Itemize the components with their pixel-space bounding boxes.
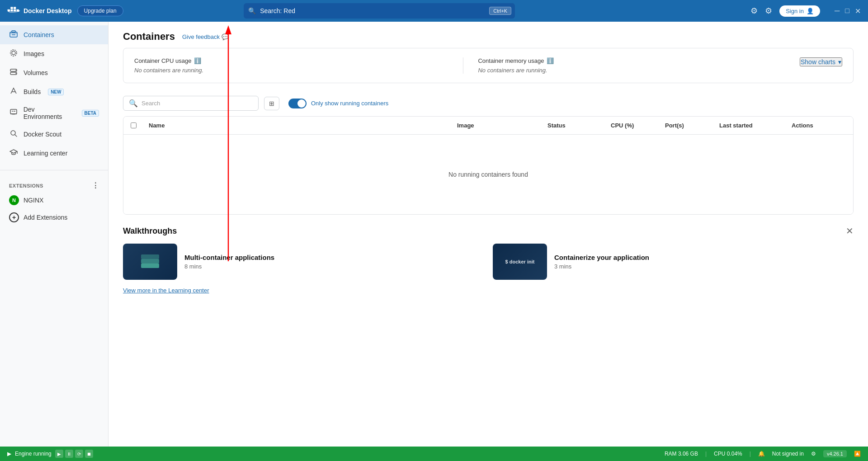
maximize-button[interactable]: □: [845, 7, 849, 15]
cpu-info-icon[interactable]: ℹ️: [194, 57, 201, 64]
search-icon: 🔍: [248, 7, 256, 14]
restart-button[interactable]: ⟳: [75, 450, 83, 458]
sidebar-item-learning-center[interactable]: Learning center: [0, 144, 108, 163]
svg-line-23: [15, 135, 17, 136]
add-extensions-item[interactable]: + Add Extensions: [0, 209, 108, 226]
sidebar-item-containers[interactable]: Containers: [0, 25, 108, 44]
global-search: 🔍 Ctrl+K: [244, 3, 515, 19]
signed-in-label: Not signed in: [772, 451, 804, 457]
app-body: Containers Images Volumes: [0, 22, 868, 447]
engine-controls: ▶ ⏸ ⟳ ⏹: [55, 450, 93, 458]
app-logo: Docker Desktop: [7, 6, 72, 15]
walkthrough-title-containerize: Containerize your application: [554, 254, 649, 261]
memory-info-icon[interactable]: ℹ️: [547, 57, 554, 64]
containers-icon: [9, 30, 18, 40]
volumes-label: Volumes: [24, 69, 48, 76]
th-ports: Port(s): [665, 122, 719, 129]
sidebar-item-builds[interactable]: Builds NEW: [0, 82, 108, 101]
titlebar: Docker Desktop Upgrade plan 🔍 Ctrl+K ⚙ ⚙…: [0, 0, 868, 22]
builds-new-badge: NEW: [48, 89, 64, 95]
walkthrough-card-multi-container[interactable]: Multi-container applications 8 mins: [123, 244, 484, 280]
memory-chart-title: Container memory usage ℹ️: [478, 57, 792, 64]
th-status: Status: [547, 122, 611, 129]
builds-label: Builds: [24, 88, 41, 95]
dev-environments-beta-badge: BETA: [82, 110, 99, 117]
walkthrough-info-containerize: Containerize your application 3 mins: [554, 254, 649, 270]
builds-icon: [9, 87, 18, 97]
nginx-label: NGINX: [24, 197, 43, 204]
user-avatar-icon: 👤: [807, 8, 814, 14]
memory-chart-panel: Container memory usage ℹ️ No containers …: [478, 57, 792, 74]
walkthrough-info-multi: Multi-container applications 8 mins: [184, 254, 274, 270]
close-button[interactable]: ✕: [855, 7, 861, 15]
cpu-chart-title: Container CPU usage ℹ️: [134, 57, 448, 64]
learning-center-label: Learning center: [24, 150, 67, 157]
settings-status-icon: ⚙: [811, 451, 816, 457]
walkthrough-card-containerize[interactable]: $ docker init Containerize your applicat…: [493, 244, 854, 280]
app-name-label: Docker Desktop: [24, 7, 72, 14]
sidebar-item-images[interactable]: Images: [0, 44, 108, 63]
sidebar-item-nginx[interactable]: N NGINX: [0, 192, 108, 209]
cpu-empty-label: No containers are running.: [134, 67, 448, 74]
svg-rect-17: [10, 109, 17, 114]
extensions-more-button[interactable]: ⋮: [92, 181, 99, 190]
chart-divider: [463, 57, 463, 74]
table-header: Name Image Status CPU (%) Port(s) Last s…: [123, 117, 853, 135]
play-button[interactable]: ▶: [55, 450, 63, 458]
close-walkthroughs-button[interactable]: ✕: [846, 226, 854, 236]
dev-environments-label: Dev Environments: [24, 106, 75, 120]
extensions-icon[interactable]: ⚙: [750, 6, 758, 16]
sidebar: Containers Images Volumes: [0, 22, 108, 447]
feedback-link[interactable]: Give feedback 💬: [182, 33, 229, 40]
select-all-checkbox[interactable]: [131, 122, 137, 128]
sign-in-button[interactable]: Sign in 👤: [779, 5, 820, 17]
empty-message-label: No running containers found: [448, 171, 528, 178]
docker-scout-icon: [9, 129, 18, 139]
only-running-toggle[interactable]: [288, 99, 307, 108]
settings-icon[interactable]: ⚙: [765, 6, 772, 16]
th-checkbox: [131, 122, 149, 129]
containers-label: Containers: [24, 31, 54, 38]
statusbar: ▶ Engine running ▶ ⏸ ⟳ ⏹ RAM 3.06 GB | C…: [0, 447, 868, 461]
pause-button[interactable]: ⏸: [65, 450, 73, 458]
walkthroughs-title: Walkthroughs: [123, 226, 177, 236]
stop-button[interactable]: ⏹: [85, 450, 93, 458]
search-input[interactable]: [244, 3, 515, 19]
sign-in-label: Sign in: [786, 8, 804, 14]
grid-view-toggle[interactable]: ⊞: [264, 97, 279, 110]
upgrade-button[interactable]: Upgrade plan: [77, 5, 123, 16]
search-shortcut-badge: Ctrl+K: [489, 7, 511, 15]
cpu-chart-panel: Container CPU usage ℹ️ No containers are…: [134, 57, 448, 74]
svg-rect-9: [12, 31, 15, 33]
window-controls: ─ □ ✕: [835, 7, 861, 15]
extensions-section-header: Extensions ⋮: [0, 174, 108, 192]
add-extensions-icon: +: [9, 212, 19, 222]
minimize-button[interactable]: ─: [835, 7, 840, 15]
view-more-link[interactable]: View more in the Learning center: [123, 287, 854, 294]
container-search-input[interactable]: [142, 100, 253, 107]
show-charts-label: Show charts: [801, 58, 835, 66]
th-actions: Actions: [792, 122, 846, 129]
page-title: Containers: [123, 31, 175, 42]
chevron-down-icon: ▾: [838, 58, 841, 66]
svg-point-10: [10, 50, 17, 56]
svg-point-15: [15, 73, 16, 74]
only-running-label: Only show running containers: [311, 100, 388, 107]
titlebar-actions: ⚙ ⚙ Sign in 👤 ─ □ ✕: [750, 5, 861, 17]
walkthroughs-section: Walkthroughs ✕ Multi-contai: [123, 226, 854, 294]
add-extensions-label: Add Extensions: [24, 214, 67, 221]
sidebar-item-dev-environments[interactable]: Dev Environments BETA: [0, 101, 108, 125]
toolbar: 🔍 ⊞ Only show running containers: [108, 90, 868, 116]
sidebar-item-volumes[interactable]: Volumes: [0, 63, 108, 82]
sidebar-item-docker-scout[interactable]: Docker Scout: [0, 125, 108, 144]
memory-title-label: Container memory usage: [478, 57, 544, 64]
walkthrough-duration-containerize: 3 mins: [554, 263, 649, 270]
th-last-started: Last started: [719, 122, 792, 129]
images-label: Images: [24, 50, 44, 57]
svg-rect-1: [10, 9, 13, 12]
engine-status-label: Engine running: [15, 451, 52, 457]
table-empty-message: No running containers found: [123, 135, 853, 214]
th-image: Image: [457, 122, 547, 129]
show-charts-button[interactable]: Show charts ▾: [800, 57, 842, 66]
th-name: Name: [149, 122, 457, 129]
